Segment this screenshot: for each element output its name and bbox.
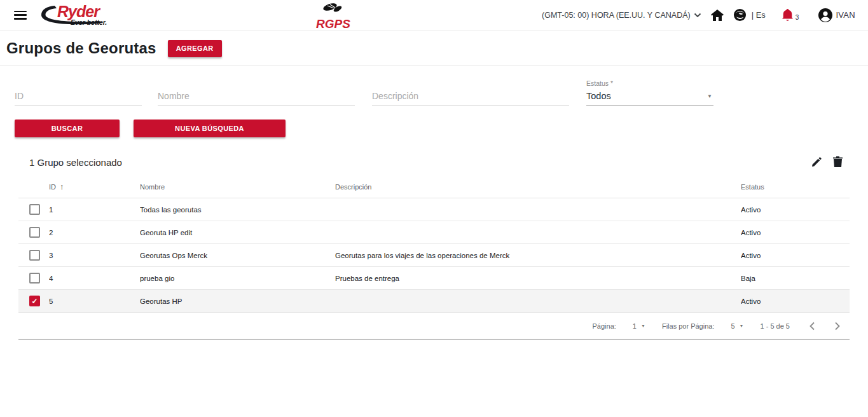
rows-per-page-value: 5 (731, 322, 734, 330)
row-estatus: Activo (741, 297, 850, 305)
rgps-logo[interactable]: RGPS (314, 2, 352, 30)
id-filter-input[interactable] (15, 88, 142, 106)
table-row[interactable]: 4 prueba gio Pruebas de entrega Baja (18, 267, 850, 290)
home-button[interactable] (710, 9, 724, 22)
page-title: Grupos de Georutas (6, 39, 156, 57)
ryder-logo[interactable]: Ryder Ever better. (41, 3, 116, 28)
page-value: 1 (633, 322, 637, 330)
row-nombre: prueba gio (140, 275, 335, 282)
page-head: Grupos de Georutas AGREGAR (0, 31, 868, 65)
filter-bar: Estatus * Todos ▼ (0, 65, 868, 106)
row-id: 4 (49, 275, 140, 282)
table-row[interactable]: 3 Georutas Ops Merck Georutas para los v… (18, 244, 850, 267)
row-checkbox[interactable] (29, 204, 40, 215)
sort-up-icon: ↑ (60, 182, 64, 191)
language-button[interactable] (733, 8, 747, 22)
appbar-right: (GMT-05: 00) HORA (EE.UU. Y CANADÁ) | Es… (542, 8, 859, 23)
language-label[interactable]: | Es (752, 10, 766, 20)
search-button[interactable]: BUSCAR (15, 120, 120, 137)
nombre-filter-input[interactable] (158, 88, 355, 106)
estatus-select[interactable]: Todos ▼ (586, 90, 713, 106)
pagination-range: 1 - 5 de 5 (761, 322, 790, 330)
new-search-button[interactable]: NUEVA BÚSQUEDA (134, 120, 286, 137)
row-nombre: Georutas HP (140, 297, 335, 305)
column-header-id[interactable]: ID ↑ (49, 182, 140, 191)
page-select[interactable]: 1 ▼ (633, 322, 645, 330)
user-menu[interactable]: IVAN (818, 8, 855, 23)
row-nombre: Todas las georutas (140, 206, 335, 214)
bell-icon (781, 8, 794, 23)
selection-count-label: 1 Grupo seleccionado (29, 157, 122, 168)
globe-icon (733, 8, 747, 22)
rows-per-page-select[interactable]: 5 ▼ (731, 322, 743, 330)
timezone-selector[interactable]: (GMT-05: 00) HORA (EE.UU. Y CANADÁ) (542, 11, 701, 20)
table-row[interactable]: 5 Georutas HP Activo (18, 290, 850, 313)
dropdown-arrow-icon: ▼ (740, 324, 744, 328)
page-prev-icon[interactable] (809, 322, 815, 331)
table-body: 1 Todas las georutas Activo 2 Georuta HP… (18, 198, 850, 313)
menu-icon[interactable] (14, 11, 27, 20)
delete-trash-icon[interactable] (833, 156, 843, 168)
row-id: 1 (49, 206, 140, 214)
notification-badge: 3 (796, 14, 799, 21)
row-descripcion: Pruebas de entrega (335, 275, 741, 282)
row-checkbox[interactable] (29, 273, 40, 284)
satellite-icon (321, 2, 345, 15)
estatus-label: Estatus * (586, 79, 713, 87)
row-id: 2 (49, 229, 140, 236)
table-row[interactable]: 1 Todas las georutas Activo (18, 198, 850, 221)
row-id: 5 (49, 297, 140, 305)
estatus-filter: Estatus * Todos ▼ (586, 79, 713, 106)
filter-actions: BUSCAR NUEVA BÚSQUEDA (0, 106, 868, 137)
dropdown-arrow-icon: ▼ (641, 324, 645, 328)
column-header-nombre[interactable]: Nombre (140, 183, 335, 191)
home-icon (710, 9, 724, 22)
row-checkbox[interactable] (29, 296, 40, 306)
row-id: 3 (49, 252, 140, 259)
row-nombre: Georuta HP edit (140, 229, 335, 236)
row-estatus: Activo (741, 206, 850, 214)
user-avatar-icon (818, 8, 833, 23)
page-next-icon[interactable] (834, 322, 841, 331)
chevron-down-icon (694, 13, 701, 18)
row-nombre: Georutas Ops Merck (140, 252, 335, 259)
row-checkbox[interactable] (29, 227, 40, 238)
username-label: IVAN (836, 10, 855, 20)
row-estatus: Activo (741, 252, 850, 259)
column-header-estatus[interactable]: Estatus (741, 183, 850, 191)
rgps-logo-text: RGPS (314, 18, 352, 30)
column-header-descripcion[interactable]: Descripción (335, 183, 741, 191)
table-row[interactable]: 2 Georuta HP edit Activo (18, 221, 850, 244)
notifications-button[interactable]: 3 (781, 8, 799, 23)
row-checkbox[interactable] (29, 250, 40, 261)
selection-bar: 1 Grupo seleccionado (0, 137, 868, 175)
app-bar: Ryder Ever better. RGPS (GMT-05: 00) HOR… (0, 0, 868, 31)
estatus-value: Todos (586, 91, 611, 101)
rows-per-page-label: Filas por Página: (662, 322, 715, 330)
descripcion-filter-input[interactable] (372, 88, 569, 106)
row-descripcion: Georutas para los viajes de las operacio… (335, 252, 741, 259)
row-estatus: Activo (741, 229, 850, 236)
dropdown-arrow-icon: ▼ (707, 93, 712, 99)
edit-pencil-icon[interactable] (811, 157, 822, 168)
page-label: Página: (593, 322, 616, 330)
timezone-label: (GMT-05: 00) HORA (EE.UU. Y CANADÁ) (542, 11, 691, 20)
georutas-table: ID ↑ Nombre Descripción Estatus 1 Todas … (18, 175, 850, 339)
add-button[interactable]: AGREGAR (168, 40, 222, 57)
pagination-bar: Página: 1 ▼ Filas por Página: 5 ▼ 1 - 5 … (18, 313, 850, 339)
ryder-tagline: Ever better. (71, 18, 107, 26)
ryder-logo-text: Ryder (57, 4, 99, 20)
table-header: ID ↑ Nombre Descripción Estatus (18, 175, 850, 198)
row-estatus: Baja (741, 275, 850, 282)
